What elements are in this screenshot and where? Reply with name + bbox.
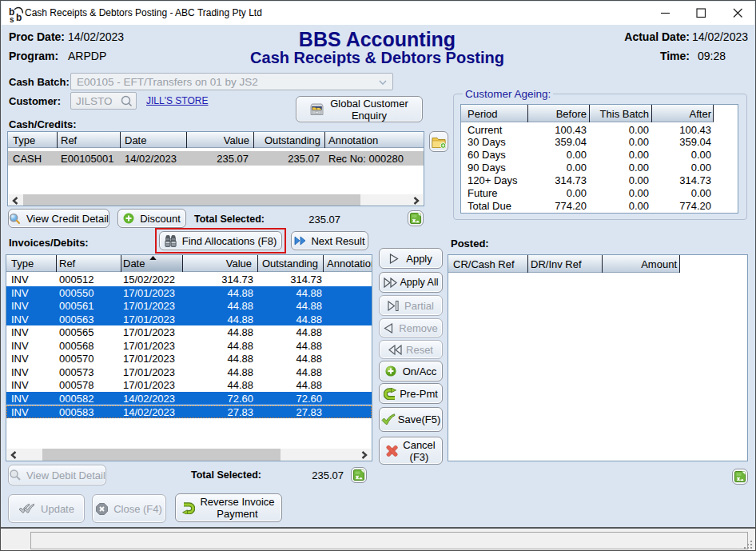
svg-text:b: b <box>16 12 22 23</box>
svg-text:s: s <box>10 15 14 23</box>
